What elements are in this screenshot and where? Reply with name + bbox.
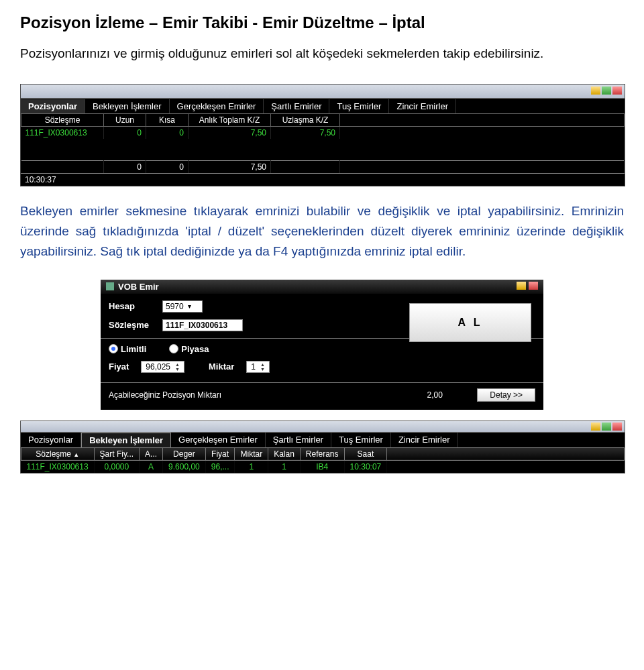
fiyat-input[interactable]: 96,025 ▲▼: [141, 361, 184, 373]
sozlesme-label: Sözleşme: [109, 320, 162, 330]
chevron-down-icon: ▾: [188, 302, 191, 310]
chevron-down-icon[interactable]: ▼: [260, 367, 265, 372]
col2-blank: [387, 447, 625, 460]
vob-titlebar: VOB Emir: [101, 280, 543, 294]
col2-sartfiy[interactable]: Şart Fiy...: [94, 447, 139, 460]
hesap-select[interactable]: 5970 ▾: [162, 300, 203, 313]
tab-pozisyonlar[interactable]: Pozisyonlar: [21, 99, 85, 113]
cell-uzun: 0: [104, 126, 146, 139]
time-status: 10:30:37: [21, 173, 625, 186]
miktar-input[interactable]: 1 ▲▼: [246, 361, 270, 373]
col-sozlesme[interactable]: Sözleşme: [21, 113, 104, 126]
chevron-up-icon[interactable]: ▲: [175, 362, 180, 367]
spin-buttons[interactable]: ▲▼: [175, 362, 180, 372]
cell-sozlesme: 111F_IX0300613: [21, 126, 104, 139]
page-title: Pozisyon İzleme – Emir Takibi - Emir Düz…: [20, 13, 624, 32]
detay-button[interactable]: Detay >>: [477, 388, 535, 402]
vob-title: VOB Emir: [118, 282, 159, 292]
chevron-down-icon[interactable]: ▼: [175, 367, 180, 372]
col-uzlasma[interactable]: Uzlaşma K/Z: [271, 113, 340, 126]
close-icon[interactable]: [612, 87, 622, 95]
tab-zincir[interactable]: Zincir Emirler: [389, 99, 456, 113]
col2-kalan[interactable]: Kalan: [268, 447, 301, 460]
col2-deger[interactable]: Deger: [163, 447, 206, 460]
radio-limitli[interactable]: Limitli: [109, 344, 146, 354]
grid-row[interactable]: 111F_IX0300613 0 0 7,50 7,50: [21, 126, 625, 139]
window-titlebar-2: [21, 421, 625, 433]
window-buttons: [591, 87, 622, 95]
maximize-icon[interactable]: [602, 423, 611, 431]
cell2-miktar: 1: [235, 460, 268, 473]
hesap-label: Hesap: [109, 301, 162, 311]
minimize-icon[interactable]: [591, 87, 600, 95]
cell2-referans: IB4: [300, 460, 344, 473]
tab2-sartli[interactable]: Şartlı Emirler: [266, 433, 331, 447]
hesap-value: 5970: [166, 302, 184, 311]
vob-emir-window: VOB Emir A L Hesap 5970 ▾ Sözleşme 111F_…: [101, 280, 543, 410]
tab-sartli[interactable]: Şartlı Emirler: [264, 99, 329, 113]
grid2-header-row: Sözleşme ▲ Şart Fiy... A... Deger Fiyat …: [21, 447, 625, 460]
cell2-deger: 9.600,00: [163, 460, 206, 473]
tab2-zincir[interactable]: Zincir Emirler: [391, 433, 458, 447]
cell2-sozlesme: 111F_IX0300613: [21, 460, 95, 473]
tab2-gerceklesen[interactable]: Gerçekleşen Emirler: [171, 433, 266, 447]
cell2-sartfiy: 0,0000: [94, 460, 139, 473]
intro-paragraph: Pozisyonlarınızı ve girmiş olduğunuz emi…: [20, 44, 624, 64]
grid2-row[interactable]: 111F_IX0300613 0,0000 A 9.600,00 96,... …: [21, 460, 625, 473]
col2-referans[interactable]: Referans: [300, 447, 344, 460]
minimize-icon[interactable]: [517, 282, 526, 290]
cell-kisa: 0: [146, 126, 189, 139]
grid-header-row: Sözleşme Uzun Kısa Anlık Toplam K/Z Uzla…: [21, 113, 625, 126]
body-paragraph: Bekleyen emirler sekmesine tıklayarak em…: [20, 201, 624, 262]
cell2-fiyat: 96,...: [205, 460, 235, 473]
al-button[interactable]: A L: [409, 303, 531, 342]
tab-bar-2: Pozisyonlar Bekleyen İşlemler Gerçekleşe…: [21, 433, 625, 447]
footer-anlik: 7,50: [189, 160, 271, 173]
col-anlik[interactable]: Anlık Toplam K/Z: [189, 113, 271, 126]
close-icon[interactable]: [529, 282, 538, 290]
positions-grid: Sözleşme Uzun Kısa Anlık Toplam K/Z Uzla…: [21, 113, 625, 173]
pending-window: Pozisyonlar Bekleyen İşlemler Gerçekleşe…: [20, 421, 625, 473]
window-titlebar: [21, 85, 625, 99]
col2-sozlesme[interactable]: Sözleşme ▲: [21, 447, 95, 460]
tab2-tus[interactable]: Tuş Emirler: [331, 433, 391, 447]
grid-footer-row: 0 0 7,50: [21, 160, 625, 173]
vob-app-icon: [106, 282, 114, 290]
tab-bekleyen[interactable]: Bekleyen İşlemler: [85, 99, 170, 113]
tab-tus[interactable]: Tuş Emirler: [329, 99, 389, 113]
cell2-kalan: 1: [268, 460, 301, 473]
footer-kisa: 0: [146, 160, 189, 173]
radio-dot-on-icon: [109, 344, 118, 353]
fiyat-label: Fiyat: [109, 361, 129, 372]
col2-miktar[interactable]: Miktar: [235, 447, 268, 460]
col2-a[interactable]: A...: [140, 447, 163, 460]
spin-buttons[interactable]: ▲▼: [260, 362, 265, 372]
minimize-icon[interactable]: [591, 423, 600, 431]
cell-anlik: 7,50: [189, 126, 271, 139]
col-blank: [340, 113, 625, 126]
footer-uzun: 0: [104, 160, 146, 173]
tab-bar-1: Pozisyonlar Bekleyen İşlemler Gerçekleşe…: [21, 99, 625, 113]
cell-uzlasma: 7,50: [271, 126, 340, 139]
poz-value: 2,00: [411, 390, 458, 400]
chevron-up-icon[interactable]: ▲: [260, 362, 265, 367]
col-uzun[interactable]: Uzun: [104, 113, 146, 126]
radio-piyasa[interactable]: Piyasa: [169, 344, 209, 354]
radio-dot-off-icon: [169, 344, 178, 353]
sort-asc-icon: ▲: [73, 451, 79, 458]
tab-gerceklesen[interactable]: Gerçekleşen Emirler: [170, 99, 264, 113]
cell2-saat: 10:30:07: [344, 460, 387, 473]
col2-fiyat[interactable]: Fiyat: [205, 447, 235, 460]
close-icon[interactable]: [612, 423, 622, 431]
cell2-a: A: [140, 460, 163, 473]
sozlesme-input[interactable]: 111F_IX0300613: [162, 319, 243, 331]
maximize-icon[interactable]: [602, 87, 611, 95]
positions-window: Pozisyonlar Bekleyen İşlemler Gerçekleşe…: [20, 84, 625, 186]
poz-label: Açabileceğiniz Pozisyon Miktarı: [109, 390, 411, 400]
tab2-pozisyonlar[interactable]: Pozisyonlar: [21, 433, 81, 447]
col2-saat[interactable]: Saat: [344, 447, 387, 460]
col-kisa[interactable]: Kısa: [146, 113, 189, 126]
tab2-bekleyen[interactable]: Bekleyen İşlemler: [81, 433, 171, 447]
miktar-label: Miktar: [209, 361, 234, 372]
